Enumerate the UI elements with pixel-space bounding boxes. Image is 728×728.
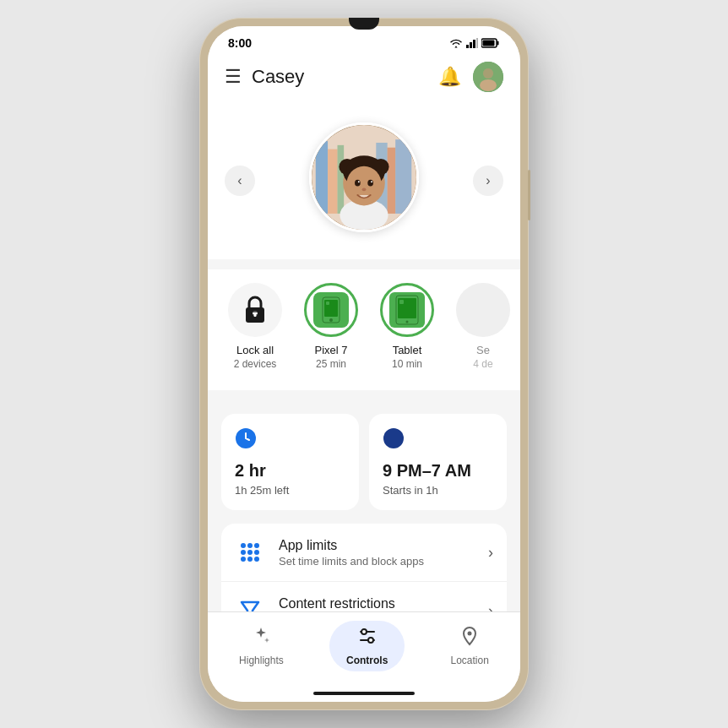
svg-point-58: [368, 638, 373, 643]
app-limits-text: App limits Set time limits and block app…: [279, 538, 475, 568]
svg-point-52: [247, 557, 253, 562]
location-icon: [460, 626, 479, 651]
profile-section: ‹: [208, 102, 520, 259]
nav-location[interactable]: Location: [434, 621, 506, 671]
svg-point-53: [254, 557, 259, 562]
tablet-svg: [395, 295, 419, 325]
se-sublabel: 4 de: [473, 358, 492, 370]
svg-point-46: [247, 543, 253, 548]
lock-all-sublabel: 2 devices: [234, 358, 277, 370]
child-avatar: [309, 122, 419, 232]
pixel7-icon: [313, 292, 349, 328]
lock-all-icon-wrap: [228, 283, 282, 337]
wifi-icon: [449, 38, 463, 48]
bedtime-card[interactable]: 9 PM–7 AM Starts in 1h: [369, 414, 507, 510]
tablet-sublabel: 10 min: [392, 358, 422, 370]
status-bar: 8:00: [208, 26, 520, 55]
home-bar: [313, 692, 415, 695]
nav-controls[interactable]: Controls: [329, 621, 405, 671]
bottom-nav: Highlights Controls: [208, 611, 520, 688]
svg-rect-1: [470, 42, 472, 48]
content-restrictions-item[interactable]: Content restrictions Manage search resul…: [221, 582, 507, 611]
tablet-icon: [389, 292, 425, 328]
svg-rect-0: [466, 45, 469, 48]
highlights-icon: [251, 626, 271, 651]
svg-point-41: [406, 321, 409, 323]
controls-svg-icon: [357, 626, 378, 646]
device-se[interactable]: Se 4 de: [449, 283, 517, 370]
lock-all-label: Lock all: [236, 344, 274, 356]
clock-icon: [235, 427, 257, 449]
power-button: [528, 170, 530, 220]
controls-icon: [357, 626, 378, 651]
content-restrictions-icon: [235, 595, 265, 611]
screen-time-icon: [235, 427, 345, 454]
tablet-icon-wrap: [380, 283, 434, 337]
parent-avatar[interactable]: [473, 62, 503, 92]
se-label: Se: [476, 344, 490, 356]
child-name: Casey: [252, 66, 304, 88]
bedtime-sub: Starts in 1h: [383, 484, 493, 497]
child-avatar-img: [312, 122, 416, 232]
svg-rect-42: [399, 300, 404, 304]
moon-icon: [383, 427, 405, 449]
svg-point-28: [358, 181, 360, 182]
sparkle-icon: [251, 626, 271, 646]
grid-icon: [238, 541, 262, 564]
controls-label: Controls: [346, 655, 388, 666]
svg-point-44: [383, 428, 404, 448]
spacer-2: [208, 390, 520, 400]
status-time: 8:00: [228, 36, 252, 50]
svg-point-30: [362, 187, 367, 191]
svg-rect-3: [476, 38, 478, 48]
svg-point-48: [241, 550, 246, 555]
svg-point-59: [468, 632, 472, 636]
svg-point-25: [346, 166, 382, 205]
tablet-label: Tablet: [393, 344, 422, 356]
device-lock-all[interactable]: Lock all 2 devices: [221, 283, 289, 370]
time-cards: 2 hr 1h 25m left 9 PM–7 AM Starts in 1h: [208, 400, 520, 524]
svg-rect-34: [254, 313, 257, 317]
device-tablet[interactable]: Tablet 10 min: [373, 283, 441, 370]
profile-next-button[interactable]: ›: [473, 166, 503, 196]
notch: [349, 18, 379, 30]
svg-point-50: [254, 550, 259, 555]
signal-icon: [466, 38, 478, 48]
svg-point-9: [480, 79, 497, 91]
bell-icon[interactable]: 🔔: [438, 66, 461, 88]
app-limits-item[interactable]: App limits Set time limits and block app…: [221, 524, 507, 582]
phone-green-svg: [322, 296, 340, 323]
screen-time-card[interactable]: 2 hr 1h 25m left: [221, 414, 359, 510]
svg-point-26: [355, 180, 361, 187]
svg-point-29: [371, 181, 372, 182]
svg-point-56: [361, 629, 367, 634]
nav-highlights[interactable]: Highlights: [222, 621, 301, 671]
svg-rect-14: [338, 145, 345, 214]
svg-point-45: [241, 543, 246, 548]
app-limits-subtitle: Set time limits and block apps: [279, 555, 475, 568]
screen-time-value: 2 hr: [235, 461, 345, 481]
bedtime-value: 9 PM–7 AM: [383, 461, 493, 481]
app-limits-title: App limits: [279, 538, 475, 553]
svg-rect-17: [395, 139, 411, 214]
svg-rect-5: [497, 41, 499, 46]
app-header: ☰ Casey 🔔: [208, 55, 520, 102]
svg-point-47: [254, 543, 259, 548]
location-label: Location: [451, 655, 489, 666]
status-icons: [449, 38, 500, 48]
home-indicator: [208, 688, 520, 702]
hamburger-menu[interactable]: ☰: [225, 66, 242, 88]
device-pixel7[interactable]: Pixel 7 25 min: [297, 283, 365, 370]
phone-frame: 8:00: [199, 18, 529, 710]
menu-section: App limits Set time limits and block app…: [221, 524, 507, 611]
profile-prev-button[interactable]: ‹: [225, 166, 255, 196]
content-restrictions-title: Content restrictions: [279, 596, 475, 611]
pixel7-icon-wrap: [304, 283, 358, 337]
devices-section: Lock all 2 devices: [208, 269, 520, 390]
svg-rect-38: [326, 302, 329, 305]
svg-marker-54: [242, 602, 258, 611]
svg-point-49: [247, 550, 253, 555]
svg-point-27: [367, 180, 373, 187]
app-limits-icon: [235, 537, 265, 568]
svg-rect-13: [328, 149, 337, 214]
